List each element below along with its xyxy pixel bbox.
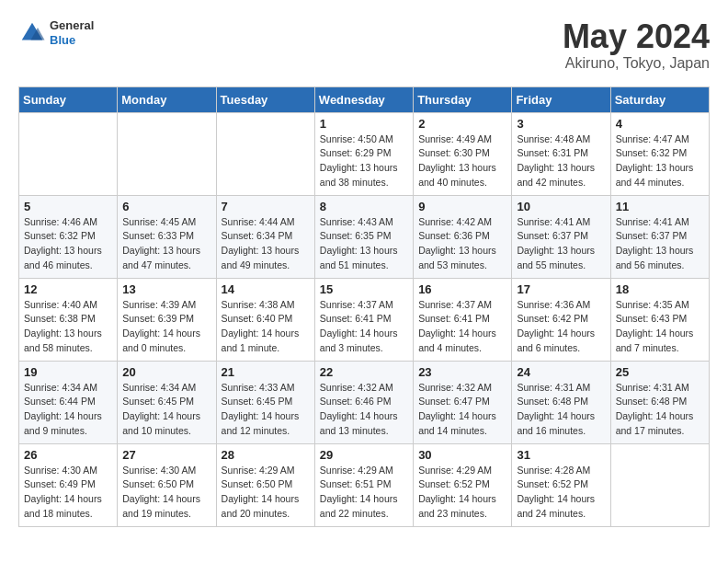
calendar-cell: 12Sunrise: 4:40 AM Sunset: 6:38 PM Dayli… [19,278,118,361]
day-info: Sunrise: 4:41 AM Sunset: 6:37 PM Dayligh… [616,215,704,273]
calendar-week-row: 1Sunrise: 4:50 AM Sunset: 6:29 PM Daylig… [19,112,710,195]
calendar-cell: 11Sunrise: 4:41 AM Sunset: 6:37 PM Dayli… [610,195,709,278]
calendar-cell: 20Sunrise: 4:34 AM Sunset: 6:45 PM Dayli… [118,361,216,443]
column-header-sunday: Sunday [19,86,118,112]
logo: General Blue [18,18,94,47]
calendar-cell: 6Sunrise: 4:45 AM Sunset: 6:33 PM Daylig… [118,195,216,278]
day-info: Sunrise: 4:30 AM Sunset: 6:50 PM Dayligh… [122,464,210,522]
logo-text: General Blue [50,18,94,47]
calendar-week-row: 5Sunrise: 4:46 AM Sunset: 6:32 PM Daylig… [19,195,710,278]
day-number: 26 [24,448,112,462]
calendar-cell: 30Sunrise: 4:29 AM Sunset: 6:52 PM Dayli… [414,443,512,526]
day-number: 2 [418,117,506,131]
day-number: 6 [122,200,210,213]
calendar-cell: 14Sunrise: 4:38 AM Sunset: 6:40 PM Dayli… [216,278,314,361]
day-number: 28 [222,448,310,462]
day-number: 4 [616,117,704,131]
day-info: Sunrise: 4:49 AM Sunset: 6:30 PM Dayligh… [418,132,506,190]
day-number: 27 [122,448,210,462]
day-info: Sunrise: 4:29 AM Sunset: 6:50 PM Dayligh… [222,464,310,522]
calendar-cell: 22Sunrise: 4:32 AM Sunset: 6:46 PM Dayli… [314,361,413,443]
day-info: Sunrise: 4:50 AM Sunset: 6:29 PM Dayligh… [320,132,408,190]
column-header-thursday: Thursday [414,86,512,112]
day-number: 7 [222,200,310,213]
calendar-week-row: 12Sunrise: 4:40 AM Sunset: 6:38 PM Dayli… [19,278,710,361]
day-info: Sunrise: 4:36 AM Sunset: 6:42 PM Dayligh… [517,298,605,356]
calendar-cell [19,112,118,195]
calendar-cell: 15Sunrise: 4:37 AM Sunset: 6:41 PM Dayli… [314,278,413,361]
calendar-cell: 18Sunrise: 4:35 AM Sunset: 6:43 PM Dayli… [610,278,709,361]
day-info: Sunrise: 4:34 AM Sunset: 6:45 PM Dayligh… [122,381,210,439]
day-number: 20 [122,365,210,379]
day-number: 11 [616,200,704,213]
day-number: 18 [616,282,704,296]
calendar-cell: 23Sunrise: 4:32 AM Sunset: 6:47 PM Dayli… [414,361,512,443]
day-info: Sunrise: 4:37 AM Sunset: 6:41 PM Dayligh… [418,298,506,356]
day-info: Sunrise: 4:37 AM Sunset: 6:41 PM Dayligh… [320,298,408,356]
day-info: Sunrise: 4:38 AM Sunset: 6:40 PM Dayligh… [222,298,310,356]
day-number: 17 [517,282,605,296]
calendar-header-row: SundayMondayTuesdayWednesdayThursdayFrid… [19,86,710,112]
day-number: 10 [517,200,605,213]
day-number: 14 [222,282,310,296]
day-number: 25 [616,365,704,379]
day-info: Sunrise: 4:30 AM Sunset: 6:49 PM Dayligh… [24,464,112,522]
column-header-friday: Friday [512,86,610,112]
column-header-saturday: Saturday [610,86,709,112]
day-info: Sunrise: 4:40 AM Sunset: 6:38 PM Dayligh… [24,298,112,356]
column-header-tuesday: Tuesday [216,86,314,112]
day-number: 15 [320,282,408,296]
day-info: Sunrise: 4:48 AM Sunset: 6:31 PM Dayligh… [517,132,605,190]
day-number: 1 [320,117,408,131]
calendar-cell [118,112,216,195]
day-number: 16 [418,282,506,296]
calendar-cell: 24Sunrise: 4:31 AM Sunset: 6:48 PM Dayli… [512,361,610,443]
day-number: 23 [418,365,506,379]
calendar-cell: 16Sunrise: 4:37 AM Sunset: 6:41 PM Dayli… [414,278,512,361]
day-number: 31 [517,448,605,462]
day-info: Sunrise: 4:32 AM Sunset: 6:46 PM Dayligh… [320,381,408,439]
calendar-cell: 27Sunrise: 4:30 AM Sunset: 6:50 PM Dayli… [118,443,216,526]
day-number: 24 [517,365,605,379]
calendar-cell: 1Sunrise: 4:50 AM Sunset: 6:29 PM Daylig… [314,112,413,195]
day-info: Sunrise: 4:39 AM Sunset: 6:39 PM Dayligh… [122,298,210,356]
logo-icon [18,19,46,47]
calendar-cell: 7Sunrise: 4:44 AM Sunset: 6:34 PM Daylig… [216,195,314,278]
day-info: Sunrise: 4:43 AM Sunset: 6:35 PM Dayligh… [320,215,408,273]
calendar-cell: 13Sunrise: 4:39 AM Sunset: 6:39 PM Dayli… [118,278,216,361]
calendar-cell: 26Sunrise: 4:30 AM Sunset: 6:49 PM Dayli… [19,443,118,526]
calendar-cell: 4Sunrise: 4:47 AM Sunset: 6:32 PM Daylig… [610,112,709,195]
day-info: Sunrise: 4:32 AM Sunset: 6:47 PM Dayligh… [418,381,506,439]
calendar-cell: 3Sunrise: 4:48 AM Sunset: 6:31 PM Daylig… [512,112,610,195]
calendar-cell [610,443,709,526]
day-info: Sunrise: 4:33 AM Sunset: 6:45 PM Dayligh… [222,381,310,439]
calendar-week-row: 19Sunrise: 4:34 AM Sunset: 6:44 PM Dayli… [19,361,710,443]
day-number: 9 [418,200,506,213]
page-subtitle: Akiruno, Tokyo, Japan [563,55,710,72]
title-block: May 2024 Akiruno, Tokyo, Japan [563,18,710,72]
day-number: 29 [320,448,408,462]
calendar-cell: 19Sunrise: 4:34 AM Sunset: 6:44 PM Dayli… [19,361,118,443]
day-number: 21 [222,365,310,379]
day-info: Sunrise: 4:31 AM Sunset: 6:48 PM Dayligh… [517,381,605,439]
calendar-cell: 31Sunrise: 4:28 AM Sunset: 6:52 PM Dayli… [512,443,610,526]
day-info: Sunrise: 4:31 AM Sunset: 6:48 PM Dayligh… [616,381,704,439]
calendar-cell: 17Sunrise: 4:36 AM Sunset: 6:42 PM Dayli… [512,278,610,361]
column-header-monday: Monday [118,86,216,112]
calendar-cell: 9Sunrise: 4:42 AM Sunset: 6:36 PM Daylig… [414,195,512,278]
day-info: Sunrise: 4:28 AM Sunset: 6:52 PM Dayligh… [517,464,605,522]
day-info: Sunrise: 4:44 AM Sunset: 6:34 PM Dayligh… [222,215,310,273]
day-info: Sunrise: 4:41 AM Sunset: 6:37 PM Dayligh… [517,215,605,273]
calendar-cell: 2Sunrise: 4:49 AM Sunset: 6:30 PM Daylig… [414,112,512,195]
day-number: 30 [418,448,506,462]
calendar-cell: 8Sunrise: 4:43 AM Sunset: 6:35 PM Daylig… [314,195,413,278]
day-info: Sunrise: 4:47 AM Sunset: 6:32 PM Dayligh… [616,132,704,190]
column-header-wednesday: Wednesday [314,86,413,112]
day-info: Sunrise: 4:45 AM Sunset: 6:33 PM Dayligh… [122,215,210,273]
page-header: General Blue May 2024 Akiruno, Tokyo, Ja… [18,18,710,72]
day-info: Sunrise: 4:42 AM Sunset: 6:36 PM Dayligh… [418,215,506,273]
logo-general: General [50,18,94,33]
logo-blue: Blue [50,33,94,48]
day-info: Sunrise: 4:35 AM Sunset: 6:43 PM Dayligh… [616,298,704,356]
day-number: 3 [517,117,605,131]
